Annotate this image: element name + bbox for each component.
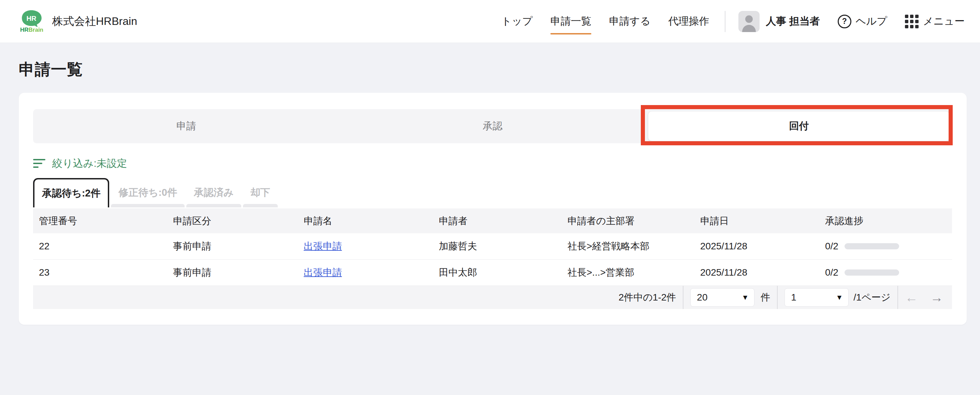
column-header-progress: 承認進捗 — [819, 214, 952, 227]
unit-label: 件 — [760, 291, 770, 304]
tab-kaifu[interactable]: 回付 — [646, 109, 952, 143]
header-divider — [725, 11, 725, 32]
footer-divider — [897, 286, 898, 309]
application-link[interactable]: 出張申請 — [304, 241, 342, 251]
column-header-name: 申請名 — [298, 214, 433, 227]
cell-id: 23 — [33, 267, 167, 278]
column-header-id: 管理番号 — [33, 214, 167, 227]
menu-label: メニュー — [923, 14, 965, 28]
hrbrain-logo-icon: HR HRBrain — [19, 10, 45, 33]
svg-text:HR: HR — [26, 15, 37, 22]
progress-bar — [845, 270, 899, 276]
column-header-date: 申請日 — [694, 214, 819, 227]
nav-item-application-list[interactable]: 申請一覧 — [550, 14, 591, 28]
app-header: HR HRBrain 株式会社HRBrain トップ 申請一覧 申請する 代理操… — [0, 0, 980, 43]
logo-wordmark: HRBrain — [20, 27, 43, 33]
progress-bar — [845, 243, 899, 249]
menu-button[interactable]: メニュー — [905, 14, 965, 28]
cell-applicant: 加藤哲夫 — [433, 240, 562, 253]
status-tab-rejected[interactable]: 却下 — [243, 178, 278, 208]
page-total-label: /1ページ — [853, 291, 891, 304]
application-link[interactable]: 出張申請 — [304, 267, 342, 278]
cell-applicant: 田中太郎 — [433, 266, 562, 279]
dropdown-arrow-icon: ▼ — [742, 293, 749, 301]
cell-progress: 0/2 — [819, 241, 952, 252]
grid-menu-icon — [905, 15, 919, 28]
brand: HR HRBrain 株式会社HRBrain — [19, 10, 137, 33]
status-tab-correction[interactable]: 修正待ち:0件 — [111, 178, 184, 208]
application-list-card: 申請 承認 回付 絞り込み:未設定 承認待ち:2件 修正待ち:0件 承認済み 却… — [19, 93, 967, 325]
cell-department: 社長>...>営業部 — [562, 266, 694, 279]
filter-lines-icon — [33, 159, 45, 168]
pagination-bar: 2件中の1-2件 20 ▼ 件 1 ▼ /1ページ ← → — [33, 286, 952, 309]
page-title: 申請一覧 — [19, 59, 980, 80]
footer-divider — [683, 286, 684, 309]
person-icon — [738, 11, 760, 32]
status-tabs: 承認待ち:2件 修正待ち:0件 承認済み 却下 — [33, 178, 952, 208]
prev-page-button[interactable]: ← — [905, 291, 918, 304]
approval-type-tabs: 申請 承認 回付 — [33, 109, 952, 143]
next-page-button[interactable]: → — [930, 291, 943, 304]
cell-category: 事前申請 — [167, 266, 298, 279]
result-range-text: 2件中の1-2件 — [619, 291, 676, 304]
cell-date: 2025/11/28 — [694, 267, 819, 278]
applications-table: 管理番号 申請区分 申請名 申請者 申請者の主部署 申請日 承認進捗 22 事前… — [33, 208, 952, 309]
help-button[interactable]: ? ヘルプ — [838, 14, 887, 28]
question-mark-icon: ? — [838, 15, 851, 28]
nav-item-top[interactable]: トップ — [501, 14, 533, 28]
status-tab-pending[interactable]: 承認待ち:2件 — [33, 178, 109, 208]
progress-text: 0/2 — [825, 267, 838, 278]
help-label: ヘルプ — [856, 14, 887, 28]
nav-item-proxy[interactable]: 代理操作 — [668, 14, 709, 28]
avatar[interactable] — [738, 11, 760, 32]
page-number-value: 1 — [791, 292, 796, 303]
cell-date: 2025/11/28 — [694, 241, 819, 252]
tab-shounin[interactable]: 承認 — [339, 109, 646, 143]
column-header-department: 申請者の主部署 — [562, 214, 694, 227]
filter-label: 絞り込み:未設定 — [52, 157, 127, 171]
logo-bubble-icon: HR — [21, 10, 42, 27]
nav-item-apply[interactable]: 申請する — [609, 14, 651, 28]
table-row: 22 事前申請 出張申請 加藤哲夫 社長>経営戦略本部 2025/11/28 0… — [33, 233, 952, 260]
cell-id: 22 — [33, 241, 167, 252]
page-number-select[interactable]: 1 ▼ — [784, 288, 849, 307]
page-size-select[interactable]: 20 ▼ — [690, 288, 754, 307]
filter-button[interactable]: 絞り込み:未設定 — [33, 156, 127, 171]
cell-department: 社長>経営戦略本部 — [562, 240, 694, 253]
progress-text: 0/2 — [825, 241, 838, 252]
user-name: 人事 担当者 — [766, 14, 819, 28]
cell-category: 事前申請 — [167, 240, 298, 253]
tab-shinsei[interactable]: 申請 — [33, 109, 339, 143]
footer-divider — [777, 286, 778, 309]
column-header-applicant: 申請者 — [433, 214, 562, 227]
header-right: トップ 申請一覧 申請する 代理操作 人事 担当者 ? ヘルプ メニュー — [501, 11, 965, 32]
company-name: 株式会社HRBrain — [52, 14, 137, 29]
table-row: 23 事前申請 出張申請 田中太郎 社長>...>営業部 2025/11/28 … — [33, 260, 952, 286]
global-nav: トップ 申請一覧 申請する 代理操作 — [501, 14, 710, 28]
page-size-value: 20 — [697, 292, 707, 303]
dropdown-arrow-icon: ▼ — [836, 293, 843, 301]
cell-progress: 0/2 — [819, 267, 952, 278]
status-tab-approved[interactable]: 承認済み — [186, 178, 241, 208]
user-account[interactable]: 人事 担当者 — [738, 11, 819, 32]
table-header-row: 管理番号 申請区分 申請名 申請者 申請者の主部署 申請日 承認進捗 — [33, 208, 952, 233]
column-header-category: 申請区分 — [167, 214, 298, 227]
